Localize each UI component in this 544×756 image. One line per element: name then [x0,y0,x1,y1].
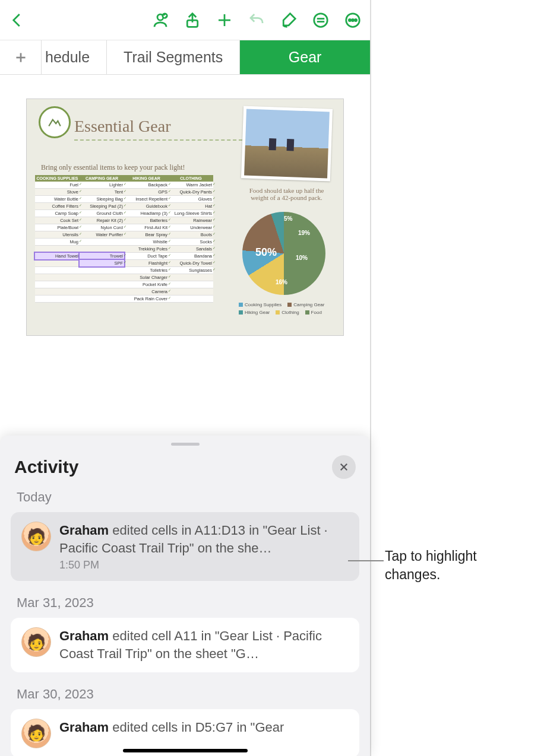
insert-icon[interactable] [311,10,331,30]
table-cell[interactable]: Solar Charger [124,274,169,281]
add-icon[interactable] [214,10,235,30]
table-cell[interactable]: Socks [169,239,213,245]
table-cell[interactable] [80,267,124,274]
table-cell[interactable]: Trekking Poles [124,246,169,252]
spreadsheet-canvas[interactable]: Essential Gear Bring only essential item… [0,75,370,756]
tab-trail-segments[interactable]: Trail Segments [107,40,240,74]
table-cell[interactable]: Pocket Knife [124,281,169,288]
undo-icon[interactable] [246,10,267,30]
table-cell[interactable]: Stove [35,189,80,195]
table-cell[interactable] [169,281,213,288]
table-cell[interactable]: Sleeping Bag [80,196,124,202]
table-cell[interactable]: First-Aid Kit [124,224,169,231]
add-sheet-button[interactable] [0,40,42,74]
table-cell[interactable]: Headlamp (3) [124,210,169,217]
table-cell[interactable]: Hand Towel [35,253,80,259]
table-row[interactable]: SPFFlashlightQuick-Dry Towel [35,260,213,267]
table-cell[interactable]: Coffee Filters [35,203,80,209]
table-row[interactable]: UtensilsWater PurifierBear SprayBoots [35,231,213,239]
table-cell[interactable]: Camera [124,288,169,295]
table-row[interactable]: Solar Charger [35,274,213,281]
collaborate-icon[interactable] [150,10,170,30]
table-cell[interactable]: Sleeping Pad (2) [80,203,124,209]
table-cell[interactable]: Flashlight [124,260,169,266]
table-cell[interactable]: Insect Repellent [124,196,169,202]
table-cell[interactable]: Boots [169,231,213,238]
table-row[interactable]: Pocket Knife [35,281,213,288]
table-cell[interactable]: Nylon Cord [80,224,124,231]
table-cell[interactable] [35,296,80,302]
table-cell[interactable] [80,281,124,288]
activity-item[interactable]: 🧑Graham edited cells in A11:D13 in "Gear… [11,512,359,581]
table-row[interactable]: FuelLighterBackpackWarm Jacket [35,182,213,189]
table-cell[interactable]: Ground Cloth [80,210,124,217]
table-cell[interactable] [80,246,124,252]
tab-schedule[interactable]: hedule [42,40,107,74]
gear-table[interactable]: COOKING SUPPLIES CAMPING GEAR HIKING GEA… [35,175,213,303]
format-brush-icon[interactable] [279,10,299,30]
table-cell[interactable] [80,274,124,281]
table-row[interactable]: Camera [35,288,213,296]
table-cell[interactable]: Trowel [80,253,124,259]
table-cell[interactable] [35,246,80,252]
table-row[interactable]: Trekking PolesSandals [35,246,213,253]
table-row[interactable]: StoveTentGPSQuick-Dry Pants [35,189,213,196]
table-cell[interactable]: Warm Jacket [169,182,213,188]
table-row[interactable]: Water BottleSleeping BagInsect Repellent… [35,196,213,203]
table-cell[interactable]: Mug [35,239,80,245]
table-cell[interactable]: Utensils [35,231,80,238]
table-cell[interactable] [35,267,80,274]
table-cell[interactable] [35,281,80,288]
table-row[interactable]: Hand TowelTrowelDuct TapeBandana [35,253,213,260]
tab-gear[interactable]: Gear [240,40,370,74]
table-cell[interactable]: Toiletries [124,267,169,274]
table-cell[interactable]: Backpack [124,182,169,188]
table-row[interactable]: ToiletriesSunglasses [35,267,213,274]
table-row[interactable]: Camp SoapGround ClothHeadlamp (3)Long-Sl… [35,210,213,217]
table-cell[interactable]: Rainwear [169,217,213,224]
table-cell[interactable]: Lighter [80,182,124,188]
table-cell[interactable]: Guidebook [124,203,169,209]
table-row[interactable]: Coffee FiltersSleeping Pad (2)GuidebookH… [35,203,213,210]
table-cell[interactable] [80,288,124,295]
table-cell[interactable]: Bear Spray [124,231,169,238]
back-icon[interactable] [7,10,27,30]
table-cell[interactable] [35,288,80,295]
table-row[interactable]: Cook SetRepair Kit (2)BatteriesRainwear [35,217,213,224]
table-cell[interactable]: Fuel [35,182,80,188]
table-cell[interactable]: GPS [124,189,169,195]
table-cell[interactable]: Whistle [124,239,169,245]
table-cell[interactable]: SPF [80,260,124,266]
table-cell[interactable]: Water Bottle [35,196,80,202]
table-cell[interactable] [169,274,213,281]
table-cell[interactable]: Duct Tape [124,253,169,259]
table-cell[interactable]: Batteries [124,217,169,224]
table-cell[interactable]: Sandals [169,246,213,252]
activity-item[interactable]: 🧑Graham edited cell A11 in "Gear List · … [11,618,359,672]
table-cell[interactable]: Cook Set [35,217,80,224]
table-cell[interactable]: Water Purifier [80,231,124,238]
table-row[interactable]: MugWhistleSocks [35,239,213,246]
table-cell[interactable]: Underwear [169,224,213,231]
table-cell[interactable]: Tent [80,189,124,195]
table-cell[interactable]: Plate/Bowl [35,224,80,231]
table-cell[interactable]: Gloves [169,196,213,202]
table-cell[interactable]: Camp Soap [35,210,80,217]
table-cell[interactable]: Sunglasses [169,267,213,274]
table-cell[interactable] [169,288,213,295]
more-icon[interactable] [343,10,363,30]
table-cell[interactable]: Quick-Dry Pants [169,189,213,195]
table-cell[interactable]: Bandana [169,253,213,259]
table-cell[interactable] [169,296,213,302]
table-cell[interactable]: Hat [169,203,213,209]
table-cell[interactable] [80,239,124,245]
table-cell[interactable] [35,274,80,281]
table-cell[interactable]: Repair Kit (2) [80,217,124,224]
share-icon[interactable] [182,10,203,30]
table-cell[interactable]: Quick-Dry Towel [169,260,213,266]
table-row[interactable]: Pack Rain Cover [35,296,213,303]
close-button[interactable] [332,455,356,479]
home-indicator[interactable] [123,749,248,752]
table-row[interactable]: Plate/BowlNylon CordFirst-Aid KitUnderwe… [35,224,213,231]
table-cell[interactable] [35,260,80,266]
